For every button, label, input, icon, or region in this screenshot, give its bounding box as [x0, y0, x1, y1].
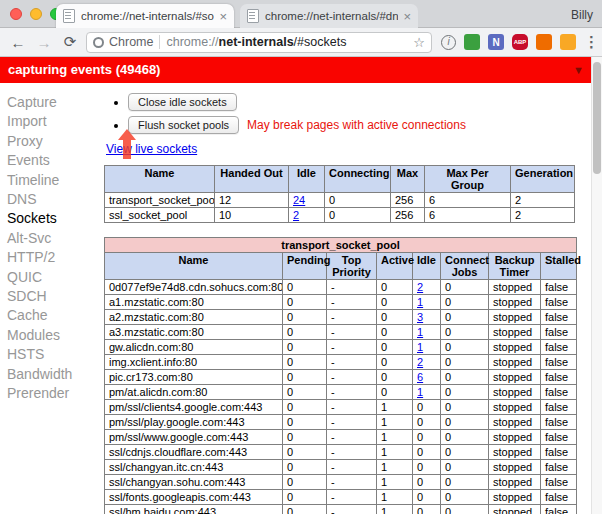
idle-count[interactable]: 0 [413, 475, 441, 490]
group-name: ssl/cdnjs.cloudflare.com:443 [105, 445, 283, 460]
minimize-window-button[interactable] [30, 8, 42, 20]
idle-count[interactable]: 1 [413, 340, 441, 355]
pool-summary-row: transport_socket_pool 12 24 0 256 6 2 [105, 193, 575, 208]
tab-title: chrome://net-internals/#socke [81, 10, 214, 22]
sidebar-item[interactable]: HTTP/2 [7, 248, 99, 267]
pool-title-row: transport_socket_pool [105, 238, 577, 253]
column-header: Idle [413, 253, 441, 280]
idle-count[interactable]: 0 [413, 460, 441, 475]
sidebar-item[interactable]: Bandwidth [7, 365, 99, 384]
idle-count[interactable]: 3 [413, 310, 441, 325]
tab-net-internals-dns[interactable]: chrome://net-internals/#dns × [240, 4, 418, 28]
column-header: Idle [289, 166, 325, 193]
forward-icon[interactable]: → [34, 34, 54, 51]
group-name: ssl/changyan.sohu.com:443 [105, 475, 283, 490]
idle-count[interactable]: 2 [413, 355, 441, 370]
idle-count[interactable]: 0 [413, 400, 441, 415]
url-path: /#sockets [294, 35, 347, 49]
idle-count[interactable]: 1 [413, 325, 441, 340]
tab-close-icon[interactable]: × [219, 10, 227, 23]
idle-count-link[interactable]: 24 [289, 193, 325, 208]
group-name: img.xclient.info:80 [105, 355, 283, 370]
socket-group-row: pm/ssl/clients4.google.com:443 0 - 1 0 0… [105, 400, 577, 415]
sidebar-item[interactable]: Modules [7, 326, 99, 345]
group-name: pm/at.alicdn.com:80 [105, 385, 283, 400]
socket-group-row: pm/at.alicdn.com:80 0 - 0 1 0 stopped fa… [105, 385, 577, 400]
extension-icon-orange[interactable] [536, 34, 552, 50]
banner-dropdown-icon[interactable]: ▼ [573, 57, 584, 83]
scrollbar[interactable] [591, 57, 602, 514]
tab-net-internals-sockets[interactable]: chrome://net-internals/#socke × [56, 4, 234, 28]
column-header: Stalled [541, 253, 577, 280]
close-idle-sockets-button[interactable]: Close idle sockets [128, 93, 237, 111]
url-host: net-internals [219, 35, 294, 49]
reload-icon[interactable]: ⟳ [60, 33, 80, 51]
flush-socket-pools-button[interactable]: Flush socket pools [128, 116, 239, 134]
page-favicon-icon [63, 9, 75, 23]
idle-count[interactable]: 2 [413, 280, 441, 295]
sidebar-item[interactable]: Import [7, 112, 99, 131]
idle-count[interactable]: 0 [413, 490, 441, 505]
scrollbar-thumb[interactable] [593, 62, 601, 174]
sidebar-item[interactable]: Timeline [7, 171, 99, 190]
column-header: Name [105, 166, 215, 193]
sidebar-item[interactable]: DNS [7, 190, 99, 209]
chip-divider [159, 35, 160, 49]
chrome-chip-label: Chrome [109, 35, 153, 49]
idle-count-link[interactable]: 2 [289, 208, 325, 223]
column-header: Pending [283, 253, 327, 280]
socket-group-row: 0d077ef9e74d8.cdn.sohucs.com:80 0 - 0 2 … [105, 280, 577, 295]
sidebar-item[interactable]: SDCH [7, 287, 99, 306]
bookmark-star-icon[interactable]: ☆ [413, 35, 425, 50]
column-header: Max Per Group [425, 166, 511, 193]
sidebar-item[interactable]: Capture [7, 93, 99, 112]
page-content: Capture Import Proxy Events Timeline DNS… [0, 83, 591, 514]
back-icon[interactable]: ← [8, 34, 28, 51]
column-header: Max [391, 166, 425, 193]
sidebar-item[interactable]: Events [7, 151, 99, 170]
close-window-button[interactable] [10, 8, 22, 20]
info-icon[interactable]: i [441, 35, 456, 50]
sidebar-item[interactable]: Prerender [7, 384, 99, 403]
idle-count[interactable]: 0 [413, 505, 441, 514]
group-name: a2.mzstatic.com:80 [105, 310, 283, 325]
browser-menu-icon[interactable]: ⋮ [584, 33, 599, 51]
column-header: Connecting [325, 166, 391, 193]
sidebar-item[interactable]: Sockets [7, 209, 99, 228]
profile-name[interactable]: Billy [571, 8, 593, 22]
idle-count[interactable]: 6 [413, 370, 441, 385]
socket-group-row: ssl/hm.baidu.com:443 0 - 1 0 0 stopped f… [105, 505, 577, 514]
chrome-page-icon [93, 37, 104, 48]
url-scheme: chrome:// [166, 35, 218, 49]
column-header: Generation [511, 166, 575, 193]
extension-icon-adblock[interactable]: ABP [512, 34, 528, 50]
sidebar-item[interactable]: Cache [7, 306, 99, 325]
group-name: ssl/fonts.googleapis.com:443 [105, 490, 283, 505]
column-header: Connect Jobs [441, 253, 489, 280]
idle-count[interactable]: 1 [413, 295, 441, 310]
extension-icon-indigo[interactable]: N [488, 34, 504, 50]
toolbar-icons: i N ABP [441, 34, 576, 50]
sidebar-item[interactable]: QUIC [7, 268, 99, 287]
group-name: gw.alicdn.com:80 [105, 340, 283, 355]
idle-count[interactable]: 0 [413, 415, 441, 430]
tab-close-icon[interactable]: × [403, 10, 411, 23]
omnibox[interactable]: Chrome chrome://net-internals/#sockets ☆ [86, 32, 432, 53]
sidebar-item[interactable]: HSTS [7, 345, 99, 364]
traffic-lights [10, 8, 62, 20]
sidebar-item[interactable]: Alt-Svc [7, 229, 99, 248]
group-name: a1.mzstatic.com:80 [105, 295, 283, 310]
browser-toolbar: ← → ⟳ Chrome chrome://net-internals/#soc… [0, 28, 602, 57]
extension-icon-green[interactable] [464, 34, 480, 50]
capture-banner-text: capturing events (49468) [8, 62, 160, 77]
idle-count[interactable]: 1 [413, 385, 441, 400]
sidebar-item[interactable]: Proxy [7, 132, 99, 151]
extension-icon-amber[interactable] [560, 34, 576, 50]
capture-banner: capturing events (49468) ▼ [0, 57, 591, 83]
idle-count[interactable]: 0 [413, 445, 441, 460]
summary-header-row: Name Handed Out Idle Connecting Max Max … [105, 166, 575, 193]
idle-count[interactable]: 0 [413, 430, 441, 445]
detail-header-row: Name Pending Top Priority Active Idle Co… [105, 253, 577, 280]
tab-strip: chrome://net-internals/#socke × chrome:/… [0, 0, 602, 28]
view-live-sockets-link[interactable]: View live sockets [106, 142, 197, 156]
